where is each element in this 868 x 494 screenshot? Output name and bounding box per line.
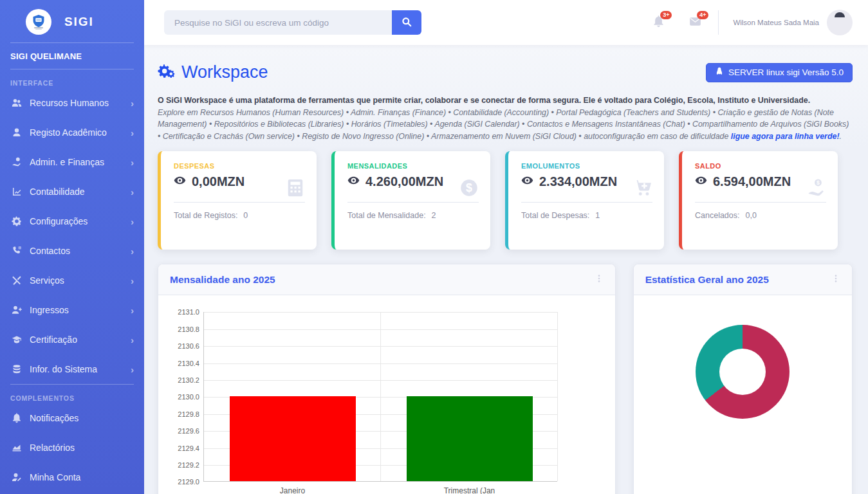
donut-chart	[696, 325, 790, 419]
y-axis-tick-label: 2130.0	[178, 393, 199, 401]
sidebar-item-admin-e-finan-as[interactable]: Admin. e Finanças ›	[0, 147, 144, 177]
gear-icon	[10, 216, 23, 226]
cart-plus-icon	[633, 178, 652, 200]
phone-icon	[10, 246, 23, 256]
heading-row: Workspace SERVER linux sigi Versão 5.0	[158, 60, 853, 84]
users-icon	[10, 98, 23, 108]
svg-text:$: $	[466, 181, 472, 194]
dots-vertical-icon	[831, 275, 840, 286]
sidebar-item-contabilidade[interactable]: Contabilidade ›	[0, 177, 144, 206]
chevron-right-icon: ›	[131, 187, 134, 197]
green-line-link[interactable]: ligue agora para linha verde!	[731, 132, 840, 141]
chevron-right-icon: ›	[131, 364, 134, 375]
brand-name: SIGI	[64, 15, 94, 29]
bar-trimestral-jan	[407, 396, 533, 481]
sidebar-item-recursos-humanos[interactable]: Recursos Humanos ›	[0, 88, 144, 118]
search-button[interactable]	[392, 10, 421, 35]
hand-coin-icon	[10, 157, 23, 167]
bar-chart-plot: 2131.02130.82130.62130.42130.22130.02129…	[203, 312, 557, 482]
sigi-logo-icon	[26, 9, 51, 35]
chevron-right-icon: ›	[131, 246, 134, 257]
x-axis-tick-label: Janeiro	[280, 486, 305, 494]
stat-card-mensalidades: MENSALIDADES 4.260,00MZN $ Total de Mens…	[331, 151, 490, 250]
sidebar-item-label: Certificação	[30, 334, 77, 345]
donut-hole	[719, 349, 766, 395]
cogs-icon	[158, 60, 181, 84]
server-version-button[interactable]: SERVER linux sigi Versão 5.0	[706, 63, 853, 82]
tools-icon	[10, 275, 23, 286]
eye-icon[interactable]	[174, 174, 186, 189]
sidebar-item-relact-rios[interactable]: Relactórios	[0, 433, 144, 462]
coin-icon: $	[459, 178, 479, 200]
y-axis-tick-label: 2129.8	[178, 410, 199, 418]
dots-vertical-icon	[595, 275, 604, 286]
stat-card-emolumentos: EMOLUMENTOS 2.334,00MZN Total de Despesa…	[505, 151, 664, 250]
stat-card-value: 2.334,00MZN	[539, 174, 617, 189]
charts-row: Mensalidade ano 2025 2131.02130.82130.62…	[158, 264, 853, 494]
user-avatar[interactable]	[827, 10, 853, 35]
bar-chart-body: 2131.02130.82130.62130.42130.22130.02129…	[158, 295, 615, 494]
y-axis-tick-label: 2130.4	[178, 360, 199, 367]
messages-button[interactable]: 4+	[689, 15, 701, 30]
sidebar-item-registo-acad-mico[interactable]: Registo Acadêmico ›	[0, 118, 144, 147]
hand-dollar-icon: $	[807, 178, 826, 200]
sidebar-item-notifica-es[interactable]: Notificações	[0, 403, 144, 433]
sidebar-item-minha-conta[interactable]: Minha Conta	[0, 462, 144, 492]
gridline	[557, 312, 558, 481]
stat-card-value: 0,00MZN	[192, 174, 245, 189]
sidebar-item-label: Registo Acadêmico	[30, 127, 107, 138]
stat-card-label: SALDO	[695, 162, 826, 170]
sidebar-item-label: Notificações	[30, 413, 78, 423]
sidebar-item-label: Contabilidade	[30, 187, 85, 197]
intro-line1: O SiGI Workspace é uma plataforma de fer…	[158, 95, 853, 107]
grad-cap-icon	[10, 334, 23, 345]
sidebar-item-label: Ingressos	[30, 305, 69, 315]
donut-chart-header: Estatística Geral ano 2025	[634, 264, 852, 295]
topbar-right: 3+ 4+ Wilson Mateus Sada Maia	[628, 10, 853, 35]
sidebar-item-label: Serviços	[30, 275, 64, 286]
sidebar-item-configura-es[interactable]: Configurações ›	[0, 206, 144, 236]
sidebar-item-infor-do-sistema[interactable]: Infor. do Sistema ›	[0, 354, 144, 384]
page-title: Workspace	[158, 60, 268, 84]
school-name: SIGI QUELIMANE	[0, 43, 144, 69]
y-axis-tick-label: 2129.6	[178, 427, 199, 435]
stat-card-divider	[347, 202, 479, 203]
y-axis-tick-label: 2130.8	[178, 325, 199, 333]
y-axis-tick-label: 2130.2	[178, 376, 199, 384]
stat-card-divider	[521, 202, 652, 203]
user-name[interactable]: Wilson Mateus Sada Maia	[733, 19, 819, 26]
chevron-right-icon: ›	[131, 275, 134, 286]
sidebar-section-label: COMPLEMENTOS	[0, 385, 144, 403]
chevron-right-icon: ›	[131, 98, 134, 109]
brand-link[interactable]: SIGI	[0, 0, 144, 42]
svg-text:$: $	[817, 179, 820, 186]
notifications-button[interactable]: 3+	[652, 15, 665, 30]
search-input[interactable]	[164, 10, 392, 35]
y-axis-tick-label: 2129.2	[178, 461, 199, 469]
main-content: Workspace SERVER linux sigi Versão 5.0 O…	[144, 45, 868, 494]
stat-card-footer: Cancelados:0,0	[695, 211, 826, 220]
y-axis-tick-label: 2129.4	[178, 444, 199, 452]
sidebar-item-label: Infor. do Sistema	[30, 364, 97, 374]
chevron-right-icon: ›	[131, 305, 134, 316]
sidebar-item-contactos[interactable]: Contactos ›	[0, 236, 144, 266]
bar-chart-menu-button[interactable]	[595, 273, 604, 286]
eye-icon[interactable]	[521, 174, 533, 189]
sidebar-item-label: Recursos Humanos	[30, 98, 109, 108]
page-title-text: Workspace	[181, 62, 268, 82]
stat-card-label: DESPESAS	[174, 162, 305, 170]
stat-card-value: 4.260,00MZN	[365, 174, 443, 189]
stat-card-label: EMOLUMENTOS	[521, 162, 652, 170]
sidebar-item-ingressos[interactable]: Ingressos ›	[0, 295, 144, 325]
bar-chart-header: Mensalidade ano 2025	[158, 264, 615, 295]
eye-icon[interactable]	[695, 174, 707, 189]
chevron-right-icon: ›	[131, 334, 134, 345]
eye-icon[interactable]	[347, 174, 360, 189]
sidebar-item-certifica-o[interactable]: Certificação ›	[0, 325, 144, 354]
bar-janeiro	[230, 396, 356, 481]
intro-paragraph: O SiGI Workspace é uma plataforma de fer…	[158, 95, 853, 142]
donut-chart-menu-button[interactable]	[831, 273, 840, 286]
messages-badge: 4+	[697, 11, 708, 19]
sidebar: SIGI SIGI QUELIMANE INTERFACE Recursos H…	[0, 0, 144, 494]
sidebar-item-servi-os[interactable]: Serviços ›	[0, 266, 144, 295]
